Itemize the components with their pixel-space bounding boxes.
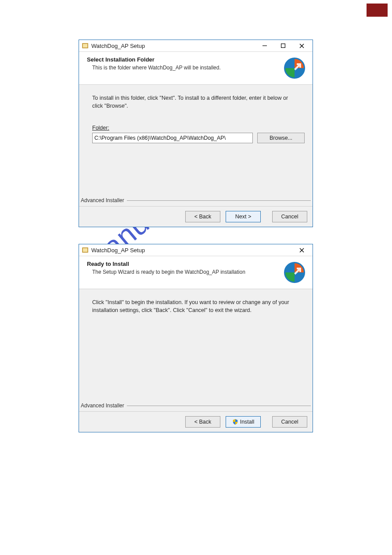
uac-shield-icon <box>232 419 238 425</box>
folder-label: Folder: <box>92 125 305 131</box>
header-subtitle: The Setup Wizard is ready to begin the W… <box>92 269 283 275</box>
cancel-button[interactable]: Cancel <box>272 211 307 222</box>
dialog-footer: < Back Next > Cancel <box>79 206 313 227</box>
back-button[interactable]: < Back <box>185 211 220 222</box>
dialog-header: Select Installation Folder This is the f… <box>79 52 313 85</box>
app-icon <box>82 42 89 49</box>
header-title: Ready to Install <box>87 261 283 267</box>
installer-logo-icon <box>283 261 306 284</box>
back-button[interactable]: < Back <box>185 416 220 428</box>
dialog-header: Ready to Install The Setup Wizard is rea… <box>79 256 313 289</box>
installer-brand: Advanced Installer <box>81 403 124 409</box>
instruction-text: To install in this folder, click "Next".… <box>92 94 298 110</box>
titlebar: WatchDog_AP Setup <box>79 244 313 256</box>
installer-brand: Advanced Installer <box>81 197 124 203</box>
install-button[interactable]: Install <box>226 416 261 428</box>
divider <box>127 200 311 201</box>
dialog-body: Click "Install" to begin the installatio… <box>79 289 313 411</box>
installer-logo-icon <box>283 56 306 80</box>
svg-rect-9 <box>83 248 87 252</box>
minimize-button[interactable] <box>255 41 274 51</box>
cancel-button[interactable]: Cancel <box>272 416 307 428</box>
instruction-text: Click "Install" to begin the installatio… <box>92 299 298 314</box>
header-title: Select Installation Folder <box>87 56 283 63</box>
divider <box>127 406 311 406</box>
app-icon <box>82 247 89 254</box>
install-button-label: Install <box>240 419 255 425</box>
folder-input[interactable] <box>92 133 253 143</box>
maximize-button[interactable] <box>274 41 292 51</box>
window-title: WatchDog_AP Setup <box>91 247 145 254</box>
close-button[interactable] <box>292 245 311 255</box>
dialog-select-folder: WatchDog_AP Setup Select Installation Fo… <box>79 40 313 227</box>
page-corner-mark <box>367 4 388 17</box>
dialog-ready-install: WatchDog_AP Setup Ready to Install The S… <box>79 244 313 432</box>
close-button[interactable] <box>292 41 311 51</box>
titlebar: WatchDog_AP Setup <box>79 40 313 52</box>
svg-rect-4 <box>281 44 285 48</box>
window-title: WatchDog_AP Setup <box>91 43 145 49</box>
next-button[interactable]: Next > <box>226 211 261 222</box>
browse-button[interactable]: Browse... <box>257 133 305 143</box>
dialog-footer: < Back Install Cancel <box>79 411 313 432</box>
dialog-body: To install in this folder, click "Next".… <box>79 85 313 206</box>
header-subtitle: This is the folder where WatchDog_AP wil… <box>92 65 283 71</box>
svg-rect-2 <box>83 44 87 47</box>
